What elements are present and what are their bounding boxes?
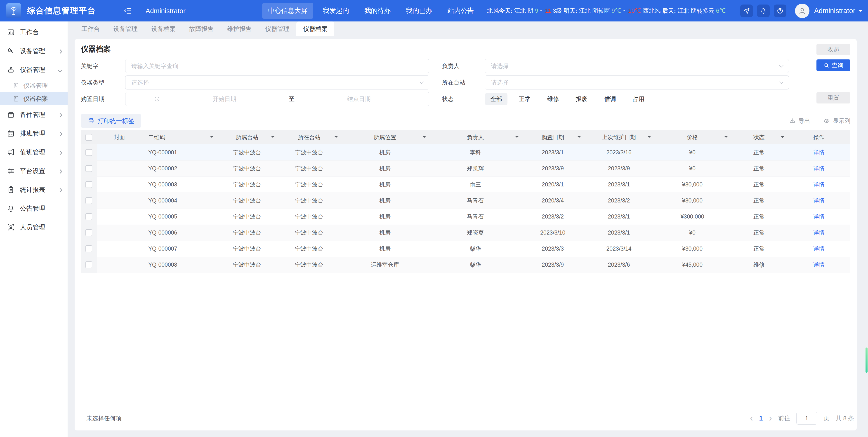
owner-select[interactable]: 请选择	[485, 59, 789, 73]
tab-bar: 工作台设备管理设备档案故障报告维护报告仪器管理仪器档案	[68, 22, 868, 36]
tab-item[interactable]: 仪器管理	[258, 22, 296, 36]
table-header-cell[interactable]: 价格	[654, 130, 731, 145]
date-end-input[interactable]: 结束日期	[295, 95, 423, 103]
table-header-cell[interactable]: 所属位置	[341, 130, 429, 145]
sidebar-subitem[interactable]: 仪器档案	[0, 92, 68, 105]
detail-link[interactable]: 详情	[813, 181, 825, 188]
page-number[interactable]: 1	[759, 415, 763, 422]
row-checkbox[interactable]	[86, 229, 92, 236]
status-option[interactable]: 全部	[485, 93, 507, 105]
sidebar-item[interactable]: 仪器管理	[0, 60, 68, 79]
row-checkbox[interactable]	[86, 197, 92, 204]
chevron-right-icon	[59, 48, 62, 55]
reset-button[interactable]: 重置	[816, 92, 850, 103]
top-menu-item[interactable]: 站内公告	[442, 3, 480, 19]
station-select[interactable]: 请选择	[485, 75, 789, 90]
chevron-down-icon	[59, 66, 62, 73]
table-header-cell[interactable]: 所在台站	[278, 130, 341, 145]
keyword-input[interactable]: 请输入关键字查询	[125, 59, 429, 73]
detail-link[interactable]: 详情	[813, 165, 825, 171]
search-button[interactable]: 查询	[816, 59, 850, 71]
next-page-button[interactable]: ›	[769, 414, 772, 423]
tab-item[interactable]: 仪器档案	[296, 22, 334, 36]
status-option[interactable]: 占用	[627, 93, 650, 105]
top-menu-item[interactable]: 我的待办	[359, 3, 397, 19]
show-columns-button[interactable]: 显示列	[823, 117, 850, 125]
purchase-date-range[interactable]: 开始日期 至 结束日期	[125, 92, 429, 106]
station-cell: 宁波中波台	[217, 160, 278, 177]
print-labels-button[interactable]: 打印统一标签	[81, 114, 141, 128]
help-icon[interactable]	[774, 4, 786, 17]
sidebar-item[interactable]: 统计报表	[0, 180, 68, 199]
detail-link[interactable]: 详情	[813, 229, 825, 236]
qrcode-cell: YQ-000002	[142, 160, 217, 177]
type-select[interactable]: 请选择	[125, 75, 429, 90]
user-menu[interactable]: Administrator	[814, 7, 863, 15]
qrcode-cell: YQ-000004	[142, 192, 217, 209]
row-checkbox[interactable]	[86, 245, 92, 252]
table-header-cell[interactable]: 二维码	[142, 130, 217, 145]
sidebar-item[interactable]: 备件管理	[0, 105, 68, 124]
bell-icon[interactable]	[757, 4, 770, 17]
station-cell: 宁波中波台	[217, 225, 278, 241]
select-all-checkbox[interactable]	[86, 134, 92, 141]
detail-link[interactable]: 详情	[813, 197, 825, 204]
filter-divider	[810, 59, 810, 107]
sidebar-item[interactable]: 排班管理	[0, 124, 68, 143]
table-header-cell[interactable]: 所属台站	[217, 130, 278, 145]
sort-caret-icon[interactable]	[724, 136, 727, 139]
sidebar-item[interactable]: 公告管理	[0, 199, 68, 218]
sort-caret-icon[interactable]	[335, 136, 338, 139]
status-option[interactable]: 正常	[513, 93, 536, 105]
row-checkbox[interactable]	[86, 181, 92, 188]
top-menu-item[interactable]: 我发起的	[317, 3, 355, 19]
sort-caret-icon[interactable]	[423, 136, 426, 139]
sort-caret-icon[interactable]	[781, 136, 784, 139]
status-option[interactable]: 借调	[599, 93, 621, 105]
user-avatar[interactable]	[795, 4, 809, 18]
tab-item[interactable]: 设备管理	[106, 22, 145, 36]
top-menu-item[interactable]: 中心信息大屏	[262, 3, 313, 19]
tab-item[interactable]: 工作台	[74, 22, 106, 36]
status-option[interactable]: 报废	[570, 93, 593, 105]
date-start-input[interactable]: 开始日期	[160, 95, 289, 103]
select-all-header[interactable]	[81, 130, 97, 145]
row-checkbox[interactable]	[86, 261, 92, 268]
export-button[interactable]: 导出	[789, 117, 810, 125]
tab-item[interactable]: 设备档案	[145, 22, 182, 36]
sort-caret-icon[interactable]	[578, 136, 581, 139]
row-checkbox[interactable]	[86, 149, 92, 156]
sort-caret-icon[interactable]	[515, 136, 519, 139]
sort-caret-icon[interactable]	[271, 136, 274, 139]
detail-link[interactable]: 详情	[813, 245, 825, 252]
sidebar-item[interactable]: 设备管理	[0, 41, 68, 60]
detail-link[interactable]: 详情	[813, 149, 825, 155]
status-option[interactable]: 维修	[542, 93, 564, 105]
prev-page-button[interactable]: ‹	[750, 414, 753, 423]
table-header-cell[interactable]: 上次维护日期	[584, 130, 654, 145]
table-header-cell[interactable]: 购置日期	[522, 130, 584, 145]
top-menu-item[interactable]: 我的已办	[400, 3, 438, 19]
goto-page-input[interactable]: 1	[796, 412, 817, 425]
sidebar-item[interactable]: 工作台	[0, 23, 68, 41]
detail-link[interactable]: 详情	[813, 261, 825, 268]
sort-caret-icon[interactable]	[648, 136, 651, 139]
sidebar-subitem[interactable]: 仪器管理	[0, 79, 68, 92]
sidebar-item[interactable]: 值班管理	[0, 143, 68, 162]
scrollbar-thumb[interactable]	[866, 347, 868, 373]
tab-item[interactable]: 维护报告	[220, 22, 258, 36]
sort-caret-icon[interactable]	[210, 136, 213, 139]
weather-segment: 后天:	[662, 7, 677, 14]
sidebar-item[interactable]: 平台设置	[0, 162, 68, 180]
table-header-cell[interactable]: 状态	[731, 130, 787, 145]
sidebar-collapse-icon[interactable]	[123, 6, 133, 16]
detail-link[interactable]: 详情	[813, 213, 825, 220]
navbar-right: 北风今天: 江北 阴 9 ~ 11 3级 明天: 江北 阴转雨 9℃ ~ 10℃…	[487, 0, 863, 22]
send-icon[interactable]	[740, 4, 753, 17]
collapse-filters-button[interactable]: 收起	[816, 44, 850, 55]
row-checkbox[interactable]	[86, 213, 92, 220]
table-header-cell[interactable]: 负责人	[429, 130, 522, 145]
sidebar-item[interactable]: 人员管理	[0, 218, 68, 237]
row-checkbox[interactable]	[86, 165, 92, 172]
tab-item[interactable]: 故障报告	[182, 22, 220, 36]
